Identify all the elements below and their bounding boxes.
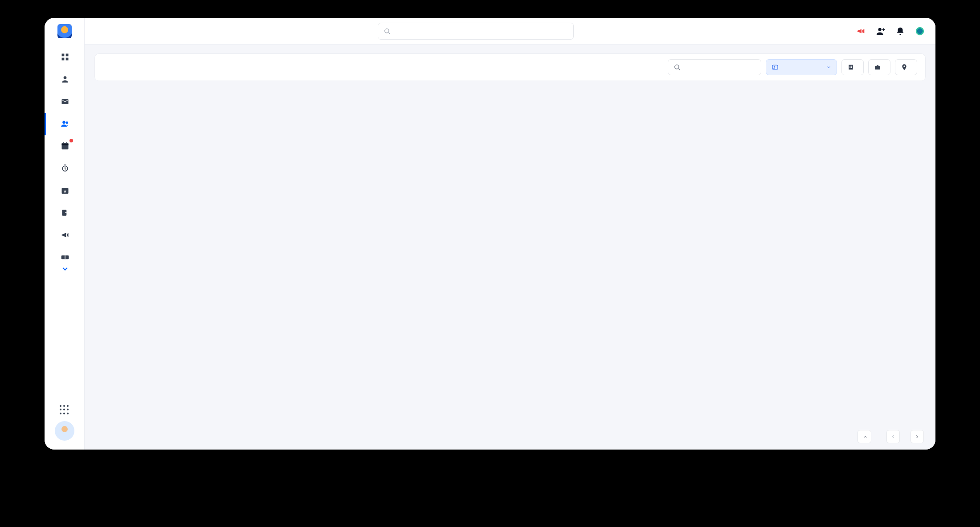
svg-rect-9 [62,143,69,145]
svg-rect-17 [65,255,65,259]
svg-rect-29 [851,67,852,68]
exit-icon [61,208,69,217]
svg-rect-27 [851,66,852,67]
megaphone-icon [61,231,69,239]
page-prev[interactable] [886,430,900,443]
brand-logo [57,24,72,38]
pin-icon [901,64,908,71]
svg-rect-0 [62,54,65,57]
main-area [85,18,935,450]
svg-rect-2 [62,58,65,61]
svg-point-21 [917,28,923,34]
section-letter [94,81,926,90]
global-search[interactable] [378,23,574,40]
chevron-down-icon [826,65,831,70]
svg-rect-11 [66,142,67,144]
notifications-button[interactable] [895,26,905,36]
list-search[interactable] [668,59,761,75]
svg-rect-10 [63,142,64,144]
sidebar-item-attendance[interactable] [45,135,85,158]
list-footer [94,423,926,443]
more-apps-button[interactable] [60,405,69,415]
app-window [45,18,935,450]
svg-point-32 [903,65,905,67]
sidebar [45,18,85,450]
user-icon [61,75,69,84]
sidebar-item-profile[interactable] [45,69,85,91]
search-icon [674,64,681,71]
help-button[interactable] [915,26,925,36]
grid-icon [61,53,69,61]
sidebar-item-employee[interactable] [45,113,85,135]
building-icon [847,64,854,71]
calendar-icon [61,142,69,150]
chevron-up-icon [863,434,868,439]
filter-job-title[interactable] [868,59,890,75]
svg-rect-30 [875,66,880,69]
filter-location[interactable] [895,59,917,75]
notification-dot [69,139,73,142]
svg-point-6 [63,121,65,124]
svg-rect-3 [66,58,69,61]
current-user-avatar[interactable] [55,421,74,441]
content [85,45,935,450]
list-toolbar [94,53,926,81]
global-search-input[interactable] [394,28,568,34]
user-plus-icon [876,26,886,36]
svg-rect-5 [62,99,69,104]
svg-point-18 [385,28,389,32]
help-icon [915,26,925,36]
list-search-input[interactable] [684,64,755,71]
svg-point-19 [878,28,882,31]
svg-rect-1 [66,54,69,57]
svg-rect-23 [772,65,778,69]
sidebar-item-overtime[interactable] [45,158,85,180]
svg-point-7 [66,122,68,124]
page-next[interactable] [911,430,924,443]
svg-point-24 [774,66,775,68]
bell-icon [895,26,905,36]
megaphone-icon [856,26,866,36]
announcement-button[interactable] [856,26,866,36]
sidebar-item-dashboard[interactable] [45,46,85,69]
chevron-down-icon [61,264,69,273]
svg-point-22 [675,65,679,69]
entries-selector[interactable] [858,430,871,443]
svg-rect-28 [849,67,850,68]
sidebar-item-social[interactable] [45,224,85,247]
ticket-icon [61,253,69,262]
briefcase-icon [874,64,881,71]
chevron-left-icon [890,434,896,439]
sort-dropdown[interactable] [766,59,837,75]
users-icon [61,119,69,128]
filter-department[interactable] [841,59,864,75]
sidebar-item-inbox[interactable] [45,91,85,113]
sidebar-item-holidays[interactable] [45,180,85,202]
user-card-icon [772,64,779,71]
svg-rect-31 [877,65,878,66]
sidebar-item-leave[interactable] [45,202,85,224]
mail-icon [61,97,69,106]
calendar-star-icon [61,186,69,195]
add-user-button[interactable] [876,26,886,36]
chevron-right-icon [915,434,920,439]
svg-rect-26 [849,66,850,67]
clock-icon [61,164,69,173]
topbar [85,18,935,45]
search-icon [384,28,391,35]
sidebar-item-tickets[interactable] [45,247,85,280]
svg-rect-25 [849,65,853,70]
topbar-actions [856,26,925,36]
svg-point-4 [64,76,67,79]
